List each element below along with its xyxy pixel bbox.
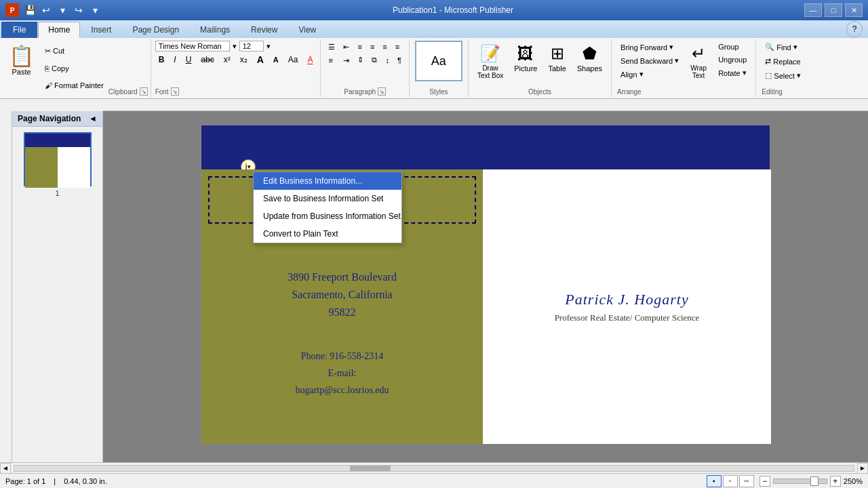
tab-insert[interactable]: Insert (81, 22, 121, 38)
bring-forward-button[interactable]: Bring Forward ▾ (617, 41, 682, 54)
replace-icon: ⇄ (765, 57, 771, 66)
column-button[interactable]: ⧉ (368, 54, 380, 66)
zoom-out-button[interactable]: − (760, 476, 770, 487)
paste-button[interactable]: 📋 Paste (3, 41, 40, 96)
cut-button[interactable]: ✂ Cut (41, 45, 107, 58)
zoom-slider[interactable] (773, 479, 827, 484)
font-size-dropdown[interactable]: ▾ (267, 42, 271, 51)
group-button[interactable]: Group (715, 41, 750, 53)
zoom-in-button[interactable]: + (830, 476, 841, 487)
save-button[interactable]: 💾 (23, 3, 37, 17)
sidebar-header: Page Navigation ◄ (12, 111, 102, 127)
shapes-button[interactable]: ⬟ Shapes (572, 41, 607, 76)
save-business-info-item[interactable]: Save to Business Information Set (254, 190, 401, 207)
thumb-right (58, 147, 90, 188)
line-spacing-button[interactable]: ↕ (382, 54, 393, 66)
format-painter-button[interactable]: 🖌 Format Painter (41, 79, 107, 92)
styles-group: Aa Styles (410, 39, 469, 97)
justify-button[interactable]: ≡ (392, 41, 403, 53)
find-button[interactable]: 🔍 Find ▾ (762, 41, 804, 54)
change-case-button[interactable]: Aa (285, 54, 302, 66)
shapes-label: Shapes (577, 64, 602, 73)
bullet-list-button[interactable]: ☰ (325, 41, 338, 54)
edit-business-info-item[interactable]: Edit Business Information... (254, 172, 401, 190)
update-business-info-item[interactable]: Update from Business Information Set (254, 207, 401, 225)
canvas-area[interactable]: i ▾ Edit Business Information... Save to… (103, 111, 868, 462)
tab-page-design[interactable]: Page Design (122, 22, 189, 38)
view-mode-buttons: ▪ ▫ ▫▫ (707, 475, 754, 487)
address-line3: 95822 (288, 304, 397, 321)
grow-font-button[interactable]: A (254, 53, 267, 66)
convert-plain-text-item[interactable]: Convert to Plain Text (254, 225, 401, 243)
tab-review[interactable]: Review (241, 22, 288, 38)
sidebar-collapse-button[interactable]: ◄ (89, 114, 97, 123)
two-page-view-button[interactable]: ▫▫ (739, 475, 754, 487)
sidebar: Page Navigation ◄ 1 (12, 111, 103, 462)
underline-button[interactable]: U (182, 54, 195, 66)
quick-access-dropdown[interactable]: ▾ (88, 3, 102, 17)
paragraph-group: ☰ ≡ ⇤ ⇥ ≡ ≡ ≡ ≡ ⇕ ⧉ ↕ ¶ (321, 39, 409, 97)
superscript-button[interactable]: x² (220, 54, 234, 66)
styles-button[interactable]: Aa (415, 41, 462, 81)
draw-text-box-button[interactable]: 📝 DrawText Box (473, 41, 508, 83)
font-name-dropdown[interactable]: ▾ (233, 42, 237, 51)
draw-text-box-label: DrawText Box (477, 64, 503, 79)
font-color-button[interactable]: A (304, 54, 316, 66)
show-hide-button[interactable]: ¶ (394, 54, 405, 66)
font-size-input[interactable] (239, 41, 264, 52)
arrange-content: Bring Forward ▾ Send Backward ▾ Align ▾ … (617, 41, 750, 83)
scroll-right-button[interactable]: ► (857, 463, 868, 474)
table-button[interactable]: ⊞ Table (543, 41, 570, 76)
numbered-list-button[interactable]: ≡ (325, 54, 338, 66)
text-direction-button[interactable]: ⇕ (354, 54, 367, 66)
tab-view[interactable]: View (288, 22, 326, 38)
paragraph-expander[interactable]: ↘ (378, 87, 386, 96)
redo-button[interactable]: ↪ (72, 3, 85, 17)
select-button[interactable]: ⬚ Select ▾ (762, 69, 804, 82)
undo-button[interactable]: ↩ (39, 3, 53, 17)
tab-home[interactable]: Home (38, 22, 80, 38)
bold-button[interactable]: B (155, 54, 168, 66)
align-right-button[interactable]: ≡ (379, 41, 390, 53)
picture-button[interactable]: 🖼 Picture (509, 41, 542, 76)
help-button[interactable]: ? (846, 21, 863, 37)
zoom-thumb[interactable] (810, 476, 818, 486)
thumb-left (25, 147, 58, 188)
font-name-input[interactable] (155, 41, 230, 52)
strikethrough-button[interactable]: abc (197, 54, 217, 66)
minimize-button[interactable]: — (804, 3, 822, 17)
increase-indent-button[interactable]: ⇥ (340, 54, 353, 67)
rotate-button[interactable]: Rotate ▾ (715, 66, 750, 79)
tab-mailings[interactable]: Mailings (190, 22, 240, 38)
align-left-button[interactable]: ≡ (354, 41, 365, 53)
phone-line: Phone: 916-558-2314 (295, 348, 389, 365)
font-expander[interactable]: ↘ (171, 87, 179, 96)
align-button[interactable]: Align ▾ (617, 68, 682, 81)
normal-view-button[interactable]: ▪ (707, 475, 722, 487)
scroll-left-button[interactable]: ◄ (0, 463, 11, 474)
restore-button[interactable]: □ (825, 3, 842, 17)
business-info-dropdown: Edit Business Information... Save to Bus… (253, 171, 402, 243)
scroll-track[interactable] (14, 465, 854, 472)
replace-button[interactable]: ⇄ Replace (762, 55, 804, 68)
sidebar-content: 1 (12, 127, 102, 203)
tab-file[interactable]: File (1, 22, 37, 38)
send-backward-button[interactable]: Send Backward ▾ (617, 54, 682, 67)
wrap-text-button[interactable]: ↵ WrapText (685, 41, 712, 83)
master-view-button[interactable]: ▫ (723, 475, 738, 487)
shrink-font-button[interactable]: A (270, 54, 282, 65)
subscript-button[interactable]: x₂ (237, 54, 251, 66)
italic-button[interactable]: I (170, 54, 179, 66)
window-controls: — □ ✕ (804, 3, 863, 17)
page-thumbnail[interactable] (24, 132, 92, 186)
scroll-thumb[interactable] (350, 466, 391, 471)
align-center-button[interactable]: ≡ (367, 41, 378, 53)
undo-dropdown[interactable]: ▾ (56, 3, 69, 17)
clipboard-expander[interactable]: ↘ (140, 87, 148, 96)
ungroup-button[interactable]: Ungroup (715, 54, 750, 66)
copy-button[interactable]: ⎘ Copy (41, 62, 107, 75)
decrease-indent-button[interactable]: ⇤ (340, 41, 353, 54)
sidebar-title: Page Navigation (18, 114, 81, 123)
ribbon-tabs: File Home Insert Page Design Mailings Re… (0, 20, 868, 38)
close-button[interactable]: ✕ (845, 3, 863, 17)
